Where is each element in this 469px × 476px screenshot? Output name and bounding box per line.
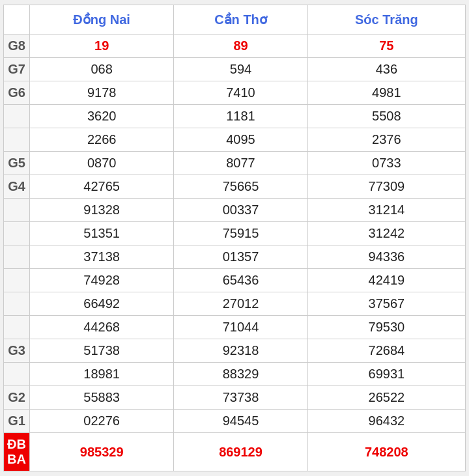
multi-value-2-0-1: 7410 — [174, 81, 307, 105]
header-empty — [4, 5, 30, 35]
row-label-G6-0: G6 — [4, 81, 30, 105]
table-row: 749286543642419 — [4, 269, 466, 292]
g8-value-2: 75 — [307, 35, 465, 58]
row-label-G6-2 — [4, 128, 30, 152]
normal-value-3-1: 8077 — [174, 152, 307, 175]
table-row: G6917874104981 — [4, 81, 466, 105]
multi-value-4-2-0: 51351 — [30, 222, 174, 245]
normal-value-1-0: 068 — [30, 58, 174, 81]
multi-value-4-5-2: 37567 — [307, 292, 465, 316]
multi-value-5-1-0: 18981 — [30, 363, 174, 386]
table-row: 371380135794336 — [4, 245, 466, 269]
row-label-G4-4 — [4, 269, 30, 292]
table-row: G5087080770733 — [4, 152, 466, 175]
table-row: G8198975 — [4, 35, 466, 58]
multi-value-4-4-2: 42419 — [307, 269, 465, 292]
multi-value-4-1-1: 00337 — [174, 199, 307, 222]
multi-value-5-1-1: 88329 — [174, 363, 307, 386]
row-label-G4-1 — [4, 199, 30, 222]
table-row-special: ĐBBA985329869129748208 — [4, 433, 466, 471]
g8-value-0: 19 — [30, 35, 174, 58]
row-label-G3-0: G3 — [4, 339, 30, 363]
row-label-G7: G7 — [4, 58, 30, 81]
normal-value-6-0: 55883 — [30, 386, 174, 410]
special-value-0: 985329 — [30, 433, 174, 471]
row-label-G4-6 — [4, 316, 30, 339]
table-row: G7068594436 — [4, 58, 466, 81]
multi-value-4-4-1: 65436 — [174, 269, 307, 292]
multi-value-4-6-0: 44268 — [30, 316, 174, 339]
normal-value-6-2: 26522 — [307, 386, 465, 410]
multi-value-4-2-2: 31242 — [307, 222, 465, 245]
g8-value-1: 89 — [174, 35, 307, 58]
multi-value-4-0-1: 75665 — [174, 175, 307, 199]
multi-value-2-1-0: 3620 — [30, 105, 174, 128]
multi-value-5-0-2: 72684 — [307, 339, 465, 363]
multi-value-4-1-2: 31214 — [307, 199, 465, 222]
table-row: 189818832969931 — [4, 363, 466, 386]
normal-value-3-2: 0733 — [307, 152, 465, 175]
row-label-G3-1 — [4, 363, 30, 386]
header-dong-nai: Đồng Nai — [30, 5, 174, 35]
special-value-2: 748208 — [307, 433, 465, 471]
table-row: G1022769454596432 — [4, 410, 466, 433]
table-row: 913280033731214 — [4, 199, 466, 222]
table-row: G4427657566577309 — [4, 175, 466, 199]
row-label-G4-2 — [4, 222, 30, 245]
multi-value-2-1-2: 5508 — [307, 105, 465, 128]
table-row: G2558837373826522 — [4, 386, 466, 410]
table-row: 362011815508 — [4, 105, 466, 128]
normal-value-1-2: 436 — [307, 58, 465, 81]
row-label-db: ĐBBA — [4, 433, 30, 471]
table-row: 442687104479530 — [4, 316, 466, 339]
table-row: G3517389231872684 — [4, 339, 466, 363]
table-row: 513517591531242 — [4, 222, 466, 245]
normal-value-3-0: 0870 — [30, 152, 174, 175]
multi-value-4-0-2: 77309 — [307, 175, 465, 199]
table-row: 226640952376 — [4, 128, 466, 152]
table-row: 664922701237567 — [4, 292, 466, 316]
header-soc-trang: Sóc Trăng — [307, 5, 465, 35]
multi-value-2-0-0: 9178 — [30, 81, 174, 105]
row-label-G4-3 — [4, 245, 30, 269]
normal-value-6-1: 73738 — [174, 386, 307, 410]
normal-value-7-1: 94545 — [174, 410, 307, 433]
multi-value-5-0-1: 92318 — [174, 339, 307, 363]
special-value-1: 869129 — [174, 433, 307, 471]
lottery-results-table: Đồng Nai Cần Thơ Sóc Trăng G8198975G7068… — [3, 5, 466, 471]
multi-value-4-3-0: 37138 — [30, 245, 174, 269]
header-can-tho: Cần Thơ — [174, 5, 307, 35]
normal-value-7-2: 96432 — [307, 410, 465, 433]
multi-value-4-1-0: 91328 — [30, 199, 174, 222]
multi-value-4-3-1: 01357 — [174, 245, 307, 269]
row-label-g8: G8 — [4, 35, 30, 58]
row-label-G6-1 — [4, 105, 30, 128]
multi-value-4-6-2: 79530 — [307, 316, 465, 339]
normal-value-7-0: 02276 — [30, 410, 174, 433]
multi-value-4-4-0: 74928 — [30, 269, 174, 292]
row-label-G1: G1 — [4, 410, 30, 433]
normal-value-1-1: 594 — [174, 58, 307, 81]
multi-value-4-6-1: 71044 — [174, 316, 307, 339]
multi-value-5-0-0: 51738 — [30, 339, 174, 363]
multi-value-2-1-1: 1181 — [174, 105, 307, 128]
multi-value-4-5-1: 27012 — [174, 292, 307, 316]
multi-value-2-2-0: 2266 — [30, 128, 174, 152]
row-label-G2: G2 — [4, 386, 30, 410]
multi-value-4-0-0: 42765 — [30, 175, 174, 199]
row-label-G4-5 — [4, 292, 30, 316]
multi-value-5-1-2: 69931 — [307, 363, 465, 386]
multi-value-2-2-2: 2376 — [307, 128, 465, 152]
multi-value-4-2-1: 75915 — [174, 222, 307, 245]
multi-value-2-2-1: 4095 — [174, 128, 307, 152]
multi-value-4-5-0: 66492 — [30, 292, 174, 316]
multi-value-4-3-2: 94336 — [307, 245, 465, 269]
row-label-G5: G5 — [4, 152, 30, 175]
row-label-G4-0: G4 — [4, 175, 30, 199]
multi-value-2-0-2: 4981 — [307, 81, 465, 105]
